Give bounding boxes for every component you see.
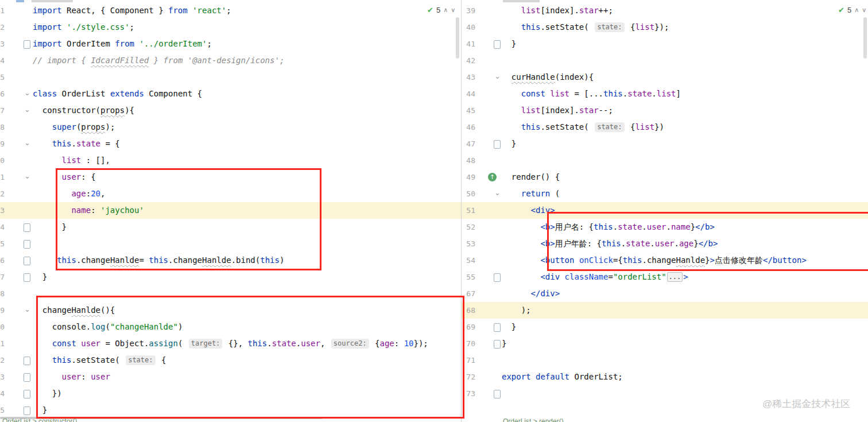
fold-chevron-icon[interactable]: ⌄ (24, 104, 30, 115)
gutter-file-icon[interactable] (494, 390, 501, 398)
prev-problem-icon[interactable]: ∧ (443, 6, 448, 14)
inspections-ok-icon: ✔ (838, 6, 844, 14)
gutter-file-icon[interactable] (494, 323, 501, 332)
code-line-46[interactable]: this.setState( state: {list}) (462, 119, 868, 135)
fold-chevron-icon[interactable]: ⌄ (24, 304, 30, 315)
next-problem-icon[interactable]: ∨ (451, 6, 455, 14)
line-number-22: 22 (0, 352, 5, 369)
line-number-70: 70 (463, 335, 475, 352)
code-line-69[interactable]: } (462, 319, 868, 335)
code-line-7[interactable]: constructor(props){ (0, 102, 461, 119)
code-line-2[interactable]: import './style.css'; (0, 19, 461, 36)
code-line-45[interactable]: list[index].star--; (462, 102, 868, 119)
inspections-ok-icon: ✔ (427, 6, 433, 14)
prev-problem-icon[interactable]: ∧ (854, 6, 859, 14)
right-vertical-scrollbar[interactable] (863, 17, 867, 59)
line-number-25: 25 (0, 402, 5, 419)
line-number-45: 45 (463, 102, 475, 119)
gutter-file-icon[interactable] (24, 40, 30, 49)
left-vertical-scrollbar[interactable] (456, 17, 459, 59)
code-line-4[interactable]: // import { IdcardFilled } from '@ant-de… (0, 52, 461, 69)
code-line-9[interactable]: this.state = { (0, 135, 461, 152)
code-line-41[interactable]: } (462, 36, 868, 52)
line-number-69: 69 (463, 319, 475, 335)
line-number-11: 11 (0, 169, 5, 185)
gutter-file-icon[interactable] (24, 223, 30, 232)
override-marker-icon[interactable]: ↑ (488, 173, 497, 181)
line-number-44: 44 (463, 86, 475, 102)
left-breadcrumbs[interactable]: OrderList > constructor() (2, 418, 77, 422)
line-number-49: 49 (463, 169, 475, 185)
code-line-8[interactable]: super(props); (0, 119, 461, 135)
code-line-47[interactable]: } (462, 135, 868, 152)
gutter-file-icon[interactable] (24, 390, 30, 398)
inspection-count: 5 (436, 6, 440, 14)
code-line-1[interactable]: import React, { Component } from 'react'… (0, 2, 461, 19)
code-line-48[interactable] (462, 152, 868, 169)
gutter-file-icon[interactable] (24, 257, 30, 265)
code-line-43[interactable]: curHandle(index){ (462, 69, 868, 86)
code-line-17[interactable]: } (0, 269, 461, 285)
fold-chevron-icon[interactable]: ⌄ (24, 137, 30, 149)
gutter-file-icon[interactable] (494, 340, 501, 349)
line-number-6: 6 (0, 86, 5, 102)
gutter-file-icon[interactable] (494, 40, 501, 49)
line-number-19: 19 (0, 302, 5, 319)
code-line-6[interactable]: class OrderList extends Component { (0, 86, 461, 102)
code-line-49[interactable]: render() { (462, 169, 868, 185)
line-number-46: 46 (463, 119, 475, 135)
code-line-42[interactable] (462, 52, 868, 69)
line-number-3: 3 (0, 36, 5, 52)
line-number-48: 48 (463, 152, 475, 169)
code-line-44[interactable]: const list = [...this.state.list] (462, 86, 868, 102)
line-number-40: 40 (463, 19, 475, 36)
tab-bar-fragment (32, 0, 73, 2)
code-line-55[interactable]: <div className="orderList"...> (462, 269, 868, 285)
right-inspection-widget[interactable]: ✔ 5 ∧ ∨ (838, 5, 866, 15)
gutter-file-icon[interactable] (24, 357, 30, 365)
line-number-1: 1 (0, 2, 5, 19)
line-number-55: 55 (463, 269, 475, 285)
line-number-68: 68 (463, 302, 475, 319)
gutter-file-icon[interactable] (24, 240, 30, 249)
code-line-68[interactable]: ); (462, 302, 868, 319)
line-number-47: 47 (463, 135, 475, 152)
fold-chevron-icon[interactable]: ⌄ (24, 171, 30, 182)
fold-chevron-icon[interactable]: ⌄ (24, 87, 30, 99)
line-number-16: 16 (0, 252, 5, 269)
line-number-15: 15 (0, 235, 5, 252)
line-number-23: 23 (0, 369, 5, 385)
code-line-70[interactable]: } (462, 335, 868, 352)
line-number-50: 50 (463, 185, 475, 202)
code-line-67[interactable]: </div> (462, 285, 868, 302)
line-number-67: 67 (463, 285, 475, 302)
next-problem-icon[interactable]: ∨ (862, 6, 866, 14)
fold-chevron-icon[interactable]: ⌄ (494, 187, 501, 199)
gutter-file-icon[interactable] (24, 373, 30, 382)
gutter-file-icon[interactable] (494, 273, 501, 282)
code-line-50[interactable]: return ( (462, 185, 868, 202)
line-number-43: 43 (463, 69, 475, 86)
code-line-39[interactable]: list[index].star++; (462, 2, 868, 19)
line-number-14: 14 (0, 219, 5, 235)
tab-bar-fragment (16, 0, 24, 2)
code-line-10[interactable]: list : [], (0, 152, 461, 169)
gutter-file-icon[interactable] (24, 406, 30, 415)
left-inspection-widget[interactable]: ✔ 5 ∧ ∨ (427, 5, 455, 15)
gutter-file-icon[interactable] (24, 273, 30, 282)
code-line-5[interactable] (0, 69, 461, 86)
gutter-file-icon[interactable] (494, 140, 501, 149)
line-number-13: 13 (0, 202, 5, 219)
line-number-39: 39 (463, 2, 475, 19)
code-line-3[interactable]: import OrderItem from '../orderItem'; (0, 36, 461, 52)
code-line-71[interactable] (462, 352, 868, 369)
annotation-box-user-state (56, 168, 321, 270)
fold-chevron-icon[interactable]: ⌄ (494, 71, 501, 82)
line-number-18: 18 (0, 285, 5, 302)
line-number-73: 73 (463, 385, 475, 402)
right-breadcrumbs[interactable]: OrderList > render() (503, 418, 564, 422)
line-number-52: 52 (463, 219, 475, 235)
annotation-box-jsx-user-output (547, 212, 868, 271)
code-line-72[interactable]: export default OrderList; (462, 369, 868, 385)
code-line-40[interactable]: this.setState( state: {list}); (462, 19, 868, 36)
